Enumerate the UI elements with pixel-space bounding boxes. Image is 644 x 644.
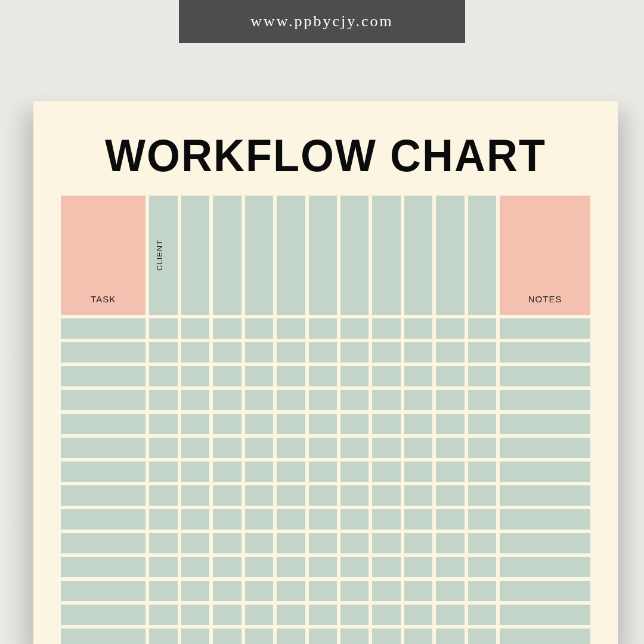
grid-cell — [213, 438, 241, 458]
grid-cell — [404, 318, 432, 339]
grid-cell — [149, 366, 177, 386]
task-cell — [61, 462, 145, 482]
grid-cell — [340, 342, 369, 363]
header-client-col — [309, 196, 337, 315]
grid-cell — [340, 533, 369, 553]
grid-cell — [372, 390, 400, 410]
grid-row — [61, 533, 590, 553]
grid-cell — [404, 462, 432, 482]
header-client-col — [245, 196, 273, 315]
grid-cell — [372, 485, 400, 506]
grid-row — [61, 485, 590, 506]
grid-cell — [404, 533, 432, 553]
grid-cell — [372, 581, 400, 601]
grid-row — [61, 462, 590, 482]
grid-cell — [277, 533, 305, 553]
grid-cell — [340, 581, 369, 601]
grid-cell — [277, 628, 305, 644]
grid-cell — [309, 366, 337, 386]
grid-cell — [245, 462, 273, 482]
grid-cell — [468, 438, 496, 458]
grid-cell — [213, 366, 241, 386]
grid-cell — [340, 438, 369, 458]
grid-header-row: TASKCLIENTNOTES — [61, 196, 590, 315]
grid-cell — [181, 462, 209, 482]
sheet-title: WORKFLOW CHART — [61, 130, 590, 181]
grid-cell — [245, 390, 273, 410]
grid-cell — [277, 438, 305, 458]
notes-cell — [500, 462, 590, 482]
grid-cell — [149, 390, 177, 410]
grid-cell — [468, 462, 496, 482]
notes-cell — [500, 438, 590, 458]
grid-cell — [372, 438, 400, 458]
grid-cell — [340, 628, 369, 644]
task-cell — [61, 390, 145, 410]
notes-cell — [500, 581, 590, 601]
grid-cell — [309, 628, 337, 644]
grid-cell — [436, 605, 464, 625]
grid-cell — [404, 438, 432, 458]
grid-cell — [277, 390, 305, 410]
grid-row — [61, 581, 590, 601]
header-notes: NOTES — [500, 196, 590, 315]
grid-cell — [436, 509, 464, 530]
grid-cell — [404, 557, 432, 577]
grid-row — [61, 605, 590, 625]
grid-cell — [245, 414, 273, 434]
grid-cell — [213, 342, 241, 363]
header-client-col — [436, 196, 464, 315]
task-cell — [61, 414, 145, 434]
grid-cell — [213, 462, 241, 482]
grid-cell — [245, 342, 273, 363]
grid-cell — [436, 628, 464, 644]
grid-cell — [468, 581, 496, 601]
notes-cell — [500, 628, 590, 644]
task-cell — [61, 605, 145, 625]
grid-cell — [149, 509, 177, 530]
grid-cell — [309, 557, 337, 577]
grid-cell — [181, 390, 209, 410]
grid-cell — [436, 533, 464, 553]
task-cell — [61, 533, 145, 553]
header-client-col — [181, 196, 209, 315]
grid-cell — [372, 318, 400, 339]
grid-cell — [277, 366, 305, 386]
grid-cell — [372, 414, 400, 434]
notes-cell — [500, 485, 590, 506]
grid-cell — [149, 533, 177, 553]
grid-cell — [468, 366, 496, 386]
grid-cell — [372, 462, 400, 482]
grid-cell — [277, 414, 305, 434]
grid-cell — [181, 581, 209, 601]
task-cell — [61, 342, 145, 363]
grid-cell — [468, 509, 496, 530]
grid-cell — [181, 557, 209, 577]
header-client-col — [372, 196, 400, 315]
grid-cell — [340, 318, 369, 339]
notes-cell — [500, 605, 590, 625]
grid-row — [61, 366, 590, 386]
header-client-col: CLIENT — [149, 196, 177, 315]
grid-cell — [181, 533, 209, 553]
grid-cell — [372, 342, 400, 363]
grid-cell — [181, 342, 209, 363]
grid-cell — [340, 557, 369, 577]
grid-cell — [245, 605, 273, 625]
grid-cell — [372, 533, 400, 553]
grid-cell — [372, 605, 400, 625]
grid-cell — [309, 509, 337, 530]
notes-cell — [500, 342, 590, 363]
grid-cell — [436, 462, 464, 482]
notes-cell — [500, 366, 590, 386]
grid-cell — [436, 342, 464, 363]
grid-cell — [149, 628, 177, 644]
grid-cell — [245, 438, 273, 458]
grid-cell — [245, 485, 273, 506]
grid-cell — [245, 509, 273, 530]
grid-cell — [468, 533, 496, 553]
workflow-sheet: WORKFLOW CHART TASKCLIENTNOTES — [33, 101, 618, 644]
task-cell — [61, 318, 145, 339]
grid-cell — [277, 581, 305, 601]
grid-cell — [149, 462, 177, 482]
